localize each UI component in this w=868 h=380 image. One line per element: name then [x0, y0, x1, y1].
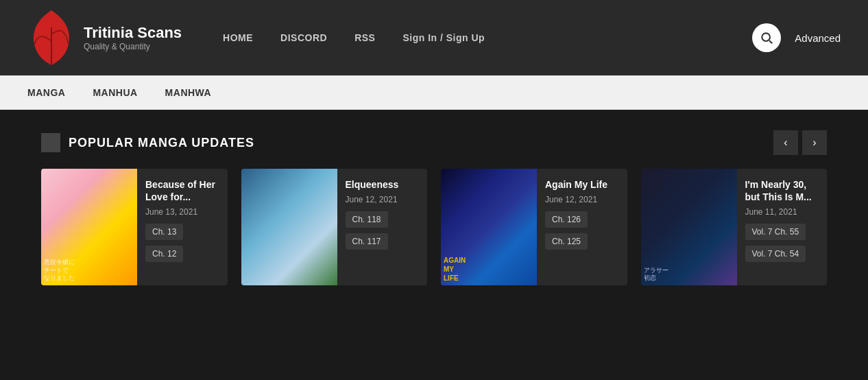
manga-cover-2 [241, 169, 337, 285]
site-tagline: Quality & Quantity [84, 42, 182, 51]
manga-date-3: June 12, 2021 [545, 195, 619, 204]
logo-icon [27, 7, 75, 69]
manga-card: 悪役令嬢に チートで なりました Because of Her Love for… [41, 169, 228, 285]
site-title: Tritinia Scans [84, 24, 182, 42]
manga-cover-1: 悪役令嬢に チートで なりました [41, 169, 137, 285]
manga-cover-4: アラサー初恋 [641, 169, 737, 285]
manga-date-1: June 13, 2021 [145, 207, 219, 217]
section-icon-block [41, 133, 60, 152]
chapter-badge-3a[interactable]: Ch. 126 [545, 211, 588, 228]
subnav-manhua[interactable]: MANHUA [93, 77, 137, 108]
manga-date-4: June 11, 2021 [745, 207, 819, 217]
manga-cover-3: AGAINMYLIFE [441, 169, 537, 285]
subnav: MANGA MANHUA MANHWA [0, 75, 868, 110]
chapter-badge-2a[interactable]: Ch. 118 [346, 211, 388, 228]
site-header: Tritinia Scans Quality & Quantity HOME D… [0, 0, 868, 75]
manga-info-2: Elqueeness June 12, 2021 Ch. 118 Ch. 117 [337, 169, 428, 285]
chapter-badge-4a[interactable]: Vol. 7 Ch. 55 [745, 224, 806, 240]
subnav-manhwa[interactable]: MANHWA [165, 77, 212, 108]
manga-title-4: I'm Nearly 30, but This Is M... [745, 178, 819, 203]
subnav-manga[interactable]: MANGA [27, 77, 65, 108]
manga-title-3: Again My Life [545, 178, 619, 191]
manga-info-4: I'm Nearly 30, but This Is M... June 11,… [737, 169, 828, 285]
search-button[interactable] [752, 23, 781, 52]
nav-home[interactable]: HOME [223, 32, 253, 43]
prev-arrow-button[interactable]: ‹ [773, 130, 798, 155]
section-header: POPULAR MANGA UPDATES ‹ › [41, 130, 827, 155]
chapter-badge-2b[interactable]: Ch. 117 [346, 233, 388, 250]
header-right: Advanced [752, 23, 841, 52]
section-title-wrap: POPULAR MANGA UPDATES [41, 133, 254, 152]
chapter-badge-1b[interactable]: Ch. 12 [145, 246, 183, 262]
manga-info-1: Because of Her Love for... June 13, 2021… [137, 169, 228, 285]
main-content: POPULAR MANGA UPDATES ‹ › 悪役令嬢に チートで なりま… [0, 110, 868, 306]
manga-card: アラサー初恋 I'm Nearly 30, but This Is M... J… [641, 169, 828, 285]
manga-title-1: Because of Her Love for... [145, 178, 219, 203]
nav-rss[interactable]: RSS [354, 32, 375, 43]
search-icon [760, 31, 773, 45]
manga-card: Elqueeness June 12, 2021 Ch. 118 Ch. 117 [241, 169, 428, 285]
section-title: POPULAR MANGA UPDATES [69, 136, 254, 150]
svg-point-0 [762, 33, 771, 41]
main-nav: HOME DISCORD RSS Sign In / Sign Up [223, 32, 752, 43]
logo-text: Tritinia Scans Quality & Quantity [84, 24, 182, 51]
carousel-nav: ‹ › [773, 130, 827, 155]
manga-grid: 悪役令嬢に チートで なりました Because of Her Love for… [41, 169, 827, 285]
manga-date-2: June 12, 2021 [346, 195, 420, 204]
next-arrow-button[interactable]: › [802, 130, 827, 155]
manga-card: AGAINMYLIFE Again My Life June 12, 2021 … [441, 169, 627, 285]
chapter-badge-3b[interactable]: Ch. 125 [545, 233, 588, 250]
manga-info-3: Again My Life June 12, 2021 Ch. 126 Ch. … [537, 169, 627, 285]
logo-area[interactable]: Tritinia Scans Quality & Quantity [27, 7, 182, 69]
svg-line-1 [769, 40, 772, 43]
manga-title-2: Elqueeness [346, 178, 420, 191]
chapter-badge-1a[interactable]: Ch. 13 [145, 224, 183, 240]
nav-signin[interactable]: Sign In / Sign Up [402, 32, 485, 43]
advanced-link[interactable]: Advanced [795, 32, 841, 44]
nav-discord[interactable]: DISCORD [280, 32, 327, 43]
chapter-badge-4b[interactable]: Vol. 7 Ch. 54 [745, 246, 806, 262]
